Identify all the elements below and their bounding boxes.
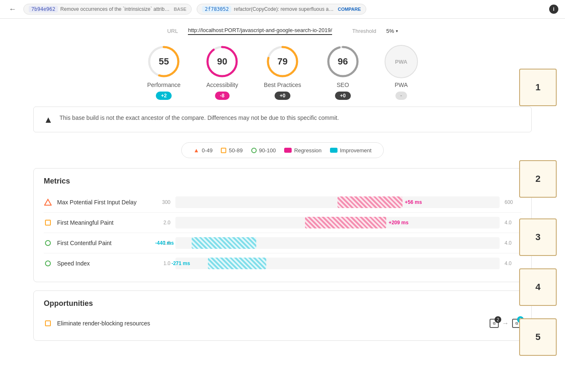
score-badge-performance: +2 (156, 92, 172, 100)
metric-bar: +56 ms (175, 196, 500, 208)
back-button[interactable]: ← (7, 3, 18, 15)
table-row[interactable]: First Contentful Paint 1.0 -440 ms 4.0 (44, 233, 521, 253)
metric-icon-square (44, 218, 52, 227)
score-circle-best-practices: 79 (266, 45, 299, 78)
score-item-accessibility[interactable]: 90 Accessibility -8 (205, 45, 239, 100)
base-commit-pill[interactable]: 7b94e962 Remove occurrences of the `intr… (23, 4, 192, 15)
metric-bar-fill (208, 258, 266, 269)
legend-bar: ▲ 0-49 50-89 90-100 Regression Improveme… (181, 142, 383, 158)
metrics-section: Metrics Max Potential First Input Delay … (33, 168, 532, 282)
url-bar: URL http://localhost:PORT/javascript-and… (33, 27, 532, 35)
opportunities-section: Opportunities Eliminate render-blocking … (33, 290, 532, 341)
legend-50-89: 50-89 (221, 147, 242, 154)
legend-regression-icon (284, 148, 292, 153)
metric-max: 600 (505, 199, 521, 205)
score-name-performance: Performance (147, 82, 180, 88)
score-badge-accessibility: -8 (215, 92, 230, 100)
metric-min: 300 (154, 199, 170, 205)
metric-icon-triangle (44, 198, 52, 206)
warning-text: This base build is not the exact ancesto… (60, 114, 339, 122)
metric-bar-fill (305, 217, 386, 228)
opp-actions: ⧉ 2 → ⧉ 1 (490, 319, 521, 328)
score-badge-seo: +0 (335, 92, 351, 100)
url-value[interactable]: http://localhost:PORT/javascript-and-goo… (188, 27, 332, 35)
metric-icon-circle (44, 239, 52, 247)
table-row[interactable]: First Meaningful Paint 2.0 +209 ms 4.0 (44, 213, 521, 233)
metric-name: Max Potential First Input Delay (57, 199, 149, 206)
score-item-seo[interactable]: 96 SEO +0 (326, 45, 360, 100)
score-badge-best-practices: +0 (275, 92, 290, 100)
url-label: URL (167, 28, 178, 34)
metric-max: 4.0 (505, 240, 521, 246)
legend-circle-green-icon (251, 148, 257, 153)
svg-marker-8 (45, 199, 51, 205)
metric-max: 4.0 (505, 261, 521, 266)
metric-name: First Meaningful Paint (57, 219, 149, 226)
metric-bar-label: +209 ms (386, 220, 411, 226)
metric-icon-circle (44, 259, 52, 268)
score-badge-pwa: - (395, 92, 407, 100)
metric-min: 1.0 (154, 261, 170, 266)
legend-improvement: Improvement (330, 147, 372, 154)
nav-bar: ← 7b94e962 Remove occurrences of the `in… (0, 0, 565, 19)
arrow-right-icon: → (502, 320, 509, 327)
score-circle-performance: 55 (147, 45, 180, 78)
compare-tag: COMPARE (338, 7, 361, 12)
metric-bar-fill (192, 237, 257, 249)
scores-row: 55 Performance +2 90 Accessibility -8 79 (33, 45, 532, 100)
annotation-4: 4 (519, 268, 557, 306)
metric-max: 4.0 (505, 220, 521, 226)
metric-name: First Contentful Paint (57, 240, 149, 246)
opp-name: Eliminate render-blocking resources (57, 320, 485, 327)
metric-bar-label: -271 ms (169, 261, 192, 266)
list-item[interactable]: Eliminate render-blocking resources ⧉ 2 … (44, 315, 521, 332)
opportunities-title: Opportunities (44, 299, 521, 308)
score-item-best-practices[interactable]: 79 Best Practices +0 (264, 45, 301, 100)
threshold-dropdown[interactable]: 5% (386, 28, 398, 34)
base-hash: 7b94e962 (29, 6, 58, 12)
metric-bar-fill (338, 196, 402, 208)
opp-icon-square (44, 319, 52, 327)
annotation-2: 2 (519, 160, 557, 198)
score-circle-accessibility: 90 (205, 45, 239, 78)
info-button[interactable]: i (549, 5, 558, 14)
metric-bar: +209 ms (175, 217, 500, 228)
legend-90-100: 90-100 (251, 147, 276, 154)
warning-icon: ▲ (44, 114, 53, 125)
warning-box: ▲ This base build is not the exact ances… (33, 107, 532, 132)
annotation-5: 5 (519, 318, 557, 356)
score-item-pwa[interactable]: PWA PWA - (385, 45, 418, 100)
metric-bar-label: -440 ms (153, 240, 177, 246)
main-content: URL http://localhost:PORT/javascript-and… (0, 19, 565, 357)
legend-0-49: ▲ 0-49 (193, 147, 212, 154)
score-name-best-practices: Best Practices (264, 82, 301, 88)
base-desc: Remove occurrences of the `intrinsicsize… (60, 6, 170, 12)
score-name-accessibility: Accessibility (206, 82, 238, 88)
metric-name: Speed Index (57, 260, 149, 267)
metrics-title: Metrics (44, 177, 521, 186)
metrics-rows: Max Potential First Input Delay 300 +56 … (44, 192, 521, 273)
metric-bar: -440 ms (175, 237, 500, 249)
table-row[interactable]: Speed Index 1.0 -271 ms 4.0 (44, 253, 521, 273)
legend-triangle-icon: ▲ (193, 147, 199, 154)
metric-bar-label: +56 ms (402, 199, 425, 205)
score-circle-seo: 96 (326, 45, 360, 78)
compare-desc: refactor(CopyCode): remove superfluous a… (234, 6, 333, 12)
table-row[interactable]: Max Potential First Input Delay 300 +56 … (44, 192, 521, 213)
score-name-seo: SEO (337, 82, 349, 88)
metric-min: 2.0 (154, 220, 170, 226)
score-item-performance[interactable]: 55 Performance +2 (147, 45, 180, 100)
metric-bar: -271 ms (175, 258, 500, 269)
annotation-1: 1 (519, 69, 557, 106)
legend-square-orange-icon (221, 148, 226, 153)
base-tag: BASE (174, 7, 187, 12)
annotation-3: 3 (519, 218, 557, 256)
pwa-circle: PWA (385, 45, 418, 78)
legend-improvement-icon (330, 148, 338, 153)
compare-hash: 2f783052 (202, 6, 231, 12)
base-copy-button[interactable]: ⧉ 2 (490, 319, 499, 328)
legend-regression: Regression (284, 147, 322, 154)
base-count-badge: 2 (495, 316, 501, 323)
compare-commit-pill[interactable]: 2f783052 refactor(CopyCode): remove supe… (197, 4, 366, 15)
score-name-pwa: PWA (395, 82, 408, 88)
